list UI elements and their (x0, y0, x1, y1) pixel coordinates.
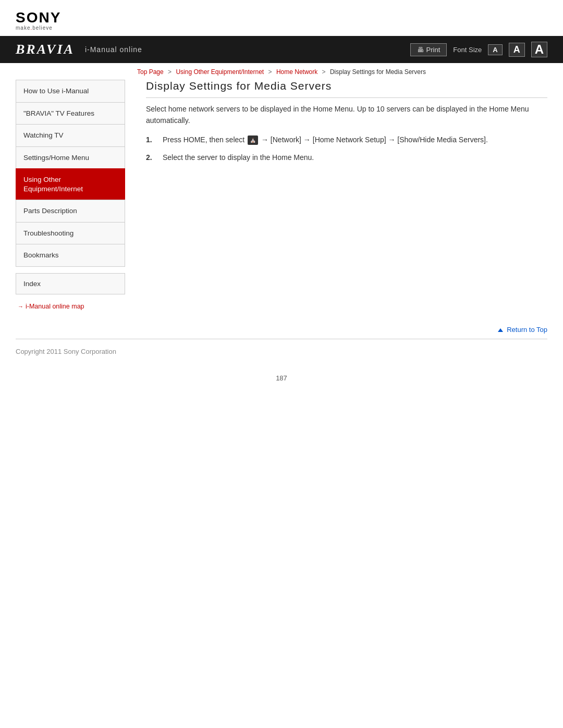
copyright-text: Copyright 2011 Sony Corporation (16, 348, 116, 355)
bravia-bar: BRAVIA i-Manual online 🖶 Print Font Size… (0, 36, 563, 63)
breadcrumb-current: Display Settings for Media Servers (330, 68, 426, 76)
breadcrumb-sep2: > (268, 68, 272, 76)
footer: Copyright 2011 Sony Corporation (0, 339, 563, 364)
sidebar-item-index[interactable]: Index (16, 273, 125, 294)
breadcrumb-sep1: > (168, 68, 172, 76)
font-size-label: Font Size (453, 46, 482, 54)
breadcrumb: Top Page > Using Other Equipment/Interne… (0, 63, 563, 80)
step-1-text: Press HOME, then select ⛪ → [Network] → … (163, 134, 547, 145)
step-2-text: Select the server to display in the Home… (163, 152, 547, 163)
intro-text: Select home network servers to be displa… (146, 103, 547, 127)
font-small-button[interactable]: A (488, 44, 502, 55)
page-number: 187 (0, 364, 563, 392)
steps-list: 1. Press HOME, then select ⛪ → [Network]… (146, 134, 547, 164)
return-to-top-link[interactable]: Return to Top (498, 326, 547, 334)
step-1: 1. Press HOME, then select ⛪ → [Network]… (146, 134, 547, 145)
breadcrumb-sep3: > (322, 68, 326, 76)
bravia-logo: BRAVIA (16, 42, 75, 57)
step-2-num: 2. (146, 152, 157, 163)
sony-tagline: make.believe (16, 25, 53, 31)
content-body: Select home network servers to be displa… (146, 103, 547, 164)
top-bar: SONY make.believe (0, 0, 563, 36)
return-to-top-label: Return to Top (507, 326, 547, 334)
breadcrumb-link2[interactable]: Home Network (276, 68, 317, 76)
return-to-top-bar: Return to Top (0, 320, 563, 339)
sony-logo: SONY make.believe (16, 9, 61, 31)
step-2: 2. Select the server to display in the H… (146, 152, 547, 163)
network-icon: ⛪ (248, 135, 258, 145)
sidebar-item-parts[interactable]: Parts Description (16, 200, 125, 222)
bravia-right: 🖶 Print Font Size A A A (410, 42, 547, 57)
bravia-left: BRAVIA i-Manual online (16, 42, 142, 57)
step-1-num: 1. (146, 134, 157, 145)
sidebar-item-watching-tv[interactable]: Watching TV (16, 124, 125, 146)
sidebar-item-settings[interactable]: Settings/Home Menu (16, 146, 125, 169)
sidebar-item-bookmarks[interactable]: Bookmarks (16, 244, 125, 267)
print-icon: 🖶 (417, 46, 424, 54)
sidebar-item-using-other[interactable]: Using Other Equipment/Internet (16, 168, 125, 200)
imanual-map-label: i-Manual online map (26, 303, 84, 310)
font-medium-button[interactable]: A (509, 43, 525, 57)
sidebar-item-how-to-use[interactable]: How to Use i-Manual (16, 80, 125, 102)
sidebar-item-troubleshooting[interactable]: Troubleshooting (16, 222, 125, 244)
sidebar-spacer (16, 267, 125, 273)
sidebar: How to Use i-Manual "BRAVIA" TV Features… (16, 80, 125, 310)
content-area: Display Settings for Media Servers Selec… (125, 80, 547, 310)
sidebar-map-link[interactable]: → i-Manual online map (16, 303, 125, 310)
bravia-subtitle: i-Manual online (85, 45, 142, 54)
imanual-map-link[interactable]: → i-Manual online map (18, 303, 125, 310)
font-large-button[interactable]: A (531, 42, 547, 57)
breadcrumb-link1[interactable]: Using Other Equipment/Internet (176, 68, 264, 76)
sony-logo-text: SONY (16, 9, 61, 26)
main-layout: How to Use i-Manual "BRAVIA" TV Features… (0, 80, 563, 320)
breadcrumb-top-page[interactable]: Top Page (137, 68, 164, 76)
page-title: Display Settings for Media Servers (146, 80, 547, 98)
sidebar-item-bravia-tv[interactable]: "BRAVIA" TV Features (16, 102, 125, 125)
triangle-up-icon (498, 328, 503, 332)
print-label: Print (426, 46, 440, 54)
arrow-icon: → (18, 303, 23, 310)
print-button[interactable]: 🖶 Print (410, 43, 447, 56)
